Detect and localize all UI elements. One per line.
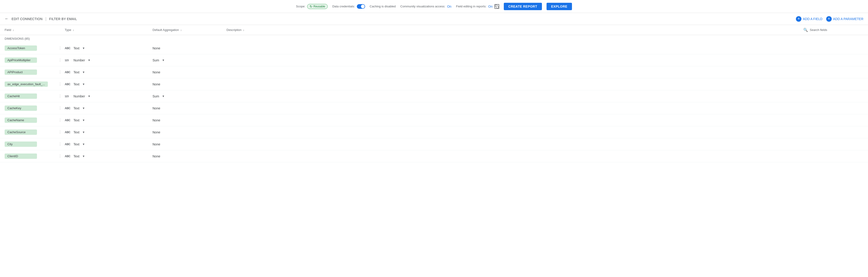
type-dropdown-arrow-icon[interactable]: ▼ — [82, 71, 85, 74]
type-column-header[interactable]: Type ↓ — [65, 28, 153, 32]
type-text: Number — [73, 95, 85, 98]
field-chip[interactable]: ax_edge_execution_fault_... — [5, 81, 48, 87]
drag-handle-icon[interactable]: ⋮ — [56, 70, 65, 74]
aggregation-value: None — [153, 154, 160, 158]
field-column-label: Field — [5, 28, 11, 32]
table-row: CacheKey ⋮ ABC Text ▼ None — [0, 102, 868, 114]
pipe-separator: | — [45, 16, 46, 21]
field-name-cell: CacheHit — [5, 94, 56, 99]
drag-handle-icon[interactable]: ⋮ — [56, 46, 65, 50]
drag-handle-icon[interactable]: ⋮ — [56, 130, 65, 134]
type-dropdown-arrow-icon[interactable]: ▼ — [82, 119, 85, 122]
aggregation-value: None — [153, 118, 160, 122]
field-chip[interactable]: CacheKey — [5, 105, 37, 111]
drag-handle-icon[interactable]: ⋮ — [56, 82, 65, 86]
aggregation-cell: None — [153, 142, 226, 146]
type-dropdown-arrow-icon[interactable]: ▼ — [82, 131, 85, 134]
type-dropdown-arrow-icon[interactable]: ▼ — [82, 83, 85, 86]
type-text: Text — [73, 106, 80, 110]
copy-icon[interactable] — [495, 4, 499, 9]
field-editing-on-text[interactable]: On — [488, 5, 493, 8]
search-fields-container[interactable]: 🔍 Search fields — [803, 28, 863, 32]
edit-connection-link[interactable]: EDIT CONNECTION — [11, 17, 42, 21]
table-header: Field ↓ Type ↓ Default Aggregation ↓ Des… — [0, 25, 868, 35]
aggregation-cell: None — [153, 106, 226, 110]
aggregation-value: Sum — [153, 95, 159, 98]
create-report-button[interactable]: CREATE REPORT — [504, 3, 542, 10]
table-row: ax_edge_execution_fault_... ⋮ ABC Text ▼… — [0, 78, 868, 90]
second-bar: ← EDIT CONNECTION | FILTER BY EMAIL + AD… — [0, 13, 868, 25]
type-dropdown-arrow-icon[interactable]: ▼ — [82, 47, 85, 50]
type-icon: ABC — [65, 131, 72, 134]
field-column-header[interactable]: Field ↓ — [5, 28, 56, 32]
type-icon: ABC — [65, 83, 72, 86]
type-cell: ABC Text ▼ — [65, 82, 153, 86]
type-dropdown-arrow-icon[interactable]: ▼ — [88, 95, 91, 98]
community-label: Community visualizations access: — [400, 5, 445, 8]
drag-handle-icon[interactable]: ⋮ — [56, 106, 65, 110]
field-chip[interactable]: CacheName — [5, 117, 37, 123]
field-name-cell: APIProduct — [5, 69, 56, 75]
drag-handle-icon[interactable]: ⋮ — [56, 118, 65, 122]
type-cell: ABC Text ▼ — [65, 70, 153, 74]
description-column-header[interactable]: Description ↓ — [226, 28, 803, 32]
type-text: Text — [73, 46, 80, 50]
field-name-cell: AccessToken — [5, 45, 56, 51]
type-dropdown-arrow-icon[interactable]: ▼ — [82, 155, 85, 158]
description-sort-icon: ↓ — [243, 28, 244, 32]
field-editing-section: Field editing in reports: On — [456, 4, 499, 9]
type-cell: 123 Number ▼ — [65, 59, 153, 62]
aggregation-cell: Sum ▼ — [153, 95, 226, 98]
data-credentials-toggle[interactable] — [357, 4, 365, 9]
back-arrow-icon[interactable]: ← — [5, 16, 9, 21]
search-fields-label: Search fields — [810, 28, 827, 32]
type-dropdown-arrow-icon[interactable]: ▼ — [82, 143, 85, 146]
type-cell: ABC Text ▼ — [65, 106, 153, 110]
community-on-text[interactable]: On — [447, 5, 452, 8]
field-chip[interactable]: AccessToken — [5, 45, 37, 51]
field-chip[interactable]: APIProduct — [5, 69, 37, 75]
aggregation-dropdown-arrow-icon[interactable]: ▼ — [162, 59, 165, 62]
type-cell: ABC Text ▼ — [65, 46, 153, 50]
field-name-cell: ClientID — [5, 153, 56, 159]
reusable-arrow-icon: ↻ — [310, 5, 312, 8]
type-icon: ABC — [65, 107, 72, 110]
field-chip[interactable]: City — [5, 141, 37, 147]
aggregation-value: None — [153, 130, 160, 134]
drag-handle-icon[interactable]: ⋮ — [56, 142, 65, 146]
add-parameter-button[interactable]: + ADD A PARAMETER — [826, 16, 863, 22]
drag-handle-icon[interactable]: ⋮ — [56, 94, 65, 98]
right-actions: + ADD A FIELD + ADD A PARAMETER — [796, 16, 863, 22]
type-icon: 123 — [65, 95, 72, 98]
field-chip[interactable]: CacheHit — [5, 94, 37, 99]
svg-rect-0 — [496, 6, 498, 8]
aggregation-column-header[interactable]: Default Aggregation ↓ — [153, 28, 226, 32]
field-chip[interactable]: CacheSource — [5, 130, 37, 135]
drag-handle-icon[interactable]: ⋮ — [56, 58, 65, 62]
type-dropdown-arrow-icon[interactable]: ▼ — [88, 59, 91, 62]
type-text: Text — [73, 82, 80, 86]
table-row: CacheName ⋮ ABC Text ▼ None — [0, 114, 868, 126]
caching-label: Caching is disabled — [370, 5, 396, 8]
drag-handle-icon[interactable]: ⋮ — [56, 154, 65, 158]
filter-by-email-link[interactable]: FILTER BY EMAIL — [49, 17, 77, 21]
type-dropdown-arrow-icon[interactable]: ▼ — [82, 107, 85, 110]
toggle-track[interactable] — [357, 4, 365, 9]
field-editing-label: Field editing in reports: — [456, 5, 487, 8]
field-chip[interactable]: ClientID — [5, 153, 37, 159]
type-cell: ABC Text ▼ — [65, 130, 153, 134]
aggregation-dropdown-arrow-icon[interactable]: ▼ — [162, 95, 165, 98]
type-column-label: Type — [65, 28, 71, 32]
field-chip[interactable]: ApiPriceMultiplier — [5, 58, 37, 63]
reusable-badge[interactable]: ↻ Reusable — [307, 4, 328, 9]
add-parameter-plus-icon: + — [826, 16, 832, 22]
add-field-label: ADD A FIELD — [803, 17, 823, 21]
aggregation-value: None — [153, 70, 160, 74]
type-icon: ABC — [65, 71, 72, 74]
aggregation-column-label: Default Aggregation — [153, 28, 179, 32]
type-text: Text — [73, 142, 80, 146]
aggregation-value: None — [153, 46, 160, 50]
type-icon: 123 — [65, 59, 72, 62]
add-field-button[interactable]: + ADD A FIELD — [796, 16, 823, 22]
explore-button[interactable]: EXPLORE — [547, 3, 572, 10]
